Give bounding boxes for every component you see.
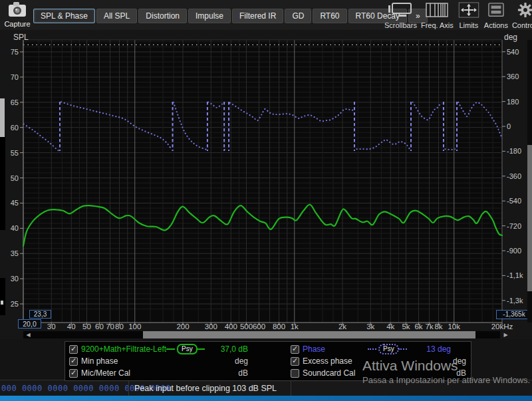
- min-phase-value: deg: [172, 356, 248, 366]
- desktop-artifact: [1, 301, 3, 305]
- tab-distortion[interactable]: Distortion: [138, 9, 187, 23]
- controls-button[interactable]: Controls: [512, 2, 532, 29]
- windows-activation-watermark-title: Attiva Windows: [362, 358, 458, 374]
- phase-axis-tick-label: -180: [507, 147, 521, 155]
- capture-label: Capture: [1, 20, 33, 28]
- freq-axis-tick-label: 60: [95, 323, 104, 331]
- freq-axis-left-limit-box[interactable]: 20,0: [18, 319, 41, 329]
- measurement-name-label: 9200+Math+Filtrate-Left: [81, 344, 166, 354]
- top-toolbar: Capture SPL & PhaseAll SPLDistortionImpu…: [0, 0, 532, 30]
- rew-app-window: Capture SPL & PhaseAll SPLDistortionImpu…: [0, 0, 532, 401]
- freq-axis-icon: [424, 2, 450, 21]
- actions-label: Actions: [484, 21, 508, 29]
- freq-axis-tick-label: 1k: [291, 323, 299, 331]
- min-phase-checkbox[interactable]: [69, 357, 78, 366]
- controls-gear-icon: [515, 2, 532, 21]
- desktop-artifact: [0, 278, 5, 315]
- tab-impulse[interactable]: Impulse: [188, 9, 231, 23]
- scrollbars-label: Scrollbars: [384, 21, 417, 29]
- spl-axis-tick-label: 65: [11, 98, 19, 106]
- freq-axis-tick-label: 40: [67, 323, 76, 331]
- phase-checkbox[interactable]: [291, 345, 299, 354]
- freq-axis-tick-label: 300: [205, 323, 217, 331]
- spl-axis-tick-label: 75: [11, 48, 19, 56]
- phase-axis-tick-label: 180: [507, 98, 519, 106]
- freq-axis-tick-label: 20kHz: [491, 323, 513, 331]
- phase-axis-tick-label: -1,1k: [507, 271, 523, 279]
- phase-axis-bottom-limit-box[interactable]: -1,365k: [496, 310, 532, 319]
- scrollbars-button[interactable]: Scrollbars: [384, 2, 417, 29]
- freq-axis-tick-label: 70: [106, 323, 114, 331]
- phase-axis-tick-label: -900: [507, 247, 521, 255]
- mic-meter-cal-checkbox[interactable]: [69, 369, 78, 378]
- right-axis-title: deg: [504, 33, 517, 42]
- freq-axis-label: Freq. Axis: [421, 21, 454, 29]
- camera-icon: [6, 9, 29, 21]
- desktop-artifact: [0, 98, 5, 137]
- phase-label: Phase: [303, 344, 325, 354]
- measurement-checkbox[interactable]: [69, 345, 78, 354]
- spl-axis-tick-label: 25: [11, 300, 19, 308]
- freq-axis-tick-label: 100: [128, 323, 141, 331]
- freq-axis-tick-label: 50: [82, 323, 91, 331]
- excess-phase-checkbox[interactable]: [291, 357, 299, 366]
- tab-all-spl[interactable]: All SPL: [96, 9, 137, 23]
- phase-axis-tick-label: 360: [507, 72, 519, 80]
- freq-axis-tick-label: 200: [176, 323, 189, 331]
- spl-phase-chart: 75706560555045403530255403601800-180-360…: [0, 30, 532, 339]
- freq-axis-tick-label: 80: [115, 323, 124, 331]
- tab-rt60[interactable]: RT60: [313, 9, 346, 23]
- left-axis-title: SPL: [13, 33, 29, 42]
- freq-axis-tick-label: 800: [273, 323, 285, 331]
- spl-axis-tick-label: 70: [11, 73, 19, 81]
- mic-meter-cal-label: Mic/Meter Cal: [81, 368, 130, 378]
- actions-button[interactable]: Actions: [484, 2, 508, 29]
- freq-axis-tick-label: 7k: [425, 323, 433, 331]
- freq-axis-tick-label: 30: [47, 323, 56, 331]
- phase-axis-tick-label: 0: [507, 122, 511, 130]
- spl-axis-tick-label: 55: [11, 149, 19, 157]
- phase-axis-tick-label: -720: [507, 222, 521, 230]
- freq-axis-button[interactable]: Freq. Axis: [421, 2, 454, 29]
- freq-axis-tick-label: 5k: [402, 323, 410, 331]
- phase-axis-tick-label: 540: [507, 48, 519, 56]
- freq-axis-tick-label: 3k: [366, 323, 374, 331]
- tab-spl-phase[interactable]: SPL & Phase: [33, 9, 95, 23]
- soundcard-cal-label: Soundcard Cal: [303, 368, 355, 378]
- tab-filtered-ir[interactable]: Filtered IR: [232, 9, 283, 23]
- status-separator: [128, 380, 129, 396]
- spl-axis-tick-label: 30: [11, 275, 19, 283]
- excess-phase-label: Excess phase: [303, 356, 352, 366]
- freq-axis-tick-label: 4k: [386, 323, 394, 331]
- freq-axis-tick-label: 400: [225, 323, 237, 331]
- freq-axis-tick-label: 6k: [414, 323, 422, 331]
- capture-button[interactable]: Capture: [1, 1, 33, 29]
- soundcard-cal-checkbox[interactable]: [291, 369, 299, 378]
- phase-axis-tick-label: -1,3k: [507, 297, 523, 305]
- limits-icon: [458, 2, 480, 21]
- actions-icon: [486, 2, 506, 21]
- phase-cursor-value: 13 deg: [391, 344, 451, 354]
- freq-axis-tick-label: 8k: [434, 323, 442, 331]
- mic-meter-cal-value: dB: [172, 368, 248, 378]
- windows-activation-watermark-subtitle: Passa a Impostazioni per attivare Window…: [362, 375, 530, 385]
- spl-axis-bottom-limit-box[interactable]: 23,3: [29, 310, 51, 319]
- horizontal-scrollbar-thumb[interactable]: [143, 331, 475, 338]
- peak-input-message: Peak input before clipping 103 dB SPL: [134, 384, 277, 393]
- spl-axis-tick-label: 50: [11, 174, 19, 182]
- tab-gd[interactable]: GD: [285, 9, 311, 23]
- freq-axis-tick-label: 600: [253, 323, 265, 331]
- vertical-scrollbar-thumb[interactable]: [527, 145, 532, 291]
- limits-button[interactable]: Limits: [458, 2, 480, 29]
- status-separator: [291, 380, 291, 396]
- scrollbar-left-arrow-icon[interactable]: ◀: [24, 331, 33, 338]
- toolbar-right-buttons: Scrollbars Freq. Axis: [384, 2, 532, 29]
- freq-axis-tick-label: 500: [240, 323, 253, 331]
- graph-tabs-bar: SPL & PhaseAll SPLDistortionImpulseFilte…: [33, 9, 429, 23]
- desktop-artifact: [0, 137, 5, 230]
- scrollbar-right-arrow-icon[interactable]: ▶: [501, 331, 510, 338]
- phase-axis-tick-label: -360: [507, 172, 521, 180]
- limits-label: Limits: [459, 21, 478, 29]
- scrollbars-icon: [386, 2, 415, 21]
- phase-axis-tick-label: -540: [507, 197, 521, 205]
